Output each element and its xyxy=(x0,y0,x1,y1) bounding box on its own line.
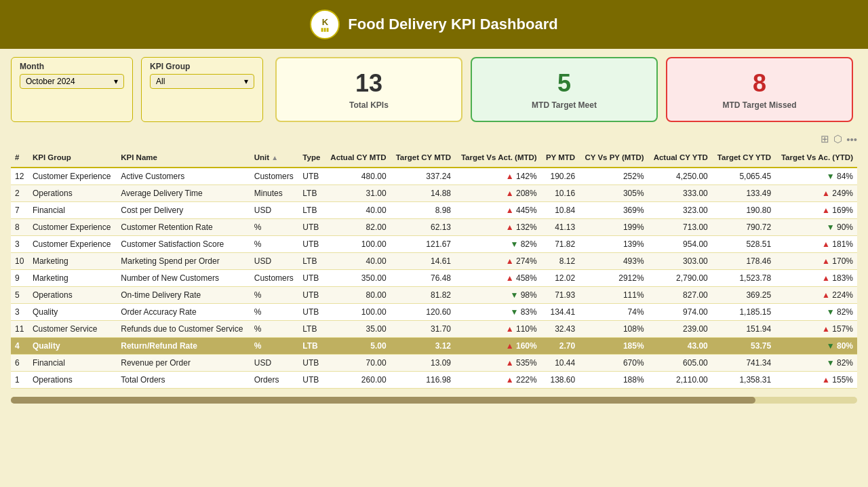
cell-num: 2 xyxy=(11,185,28,202)
month-filter-value: October 2024 xyxy=(26,77,75,86)
kpi-card-meet: 5 MTD Target Meet xyxy=(471,57,658,122)
cell-target-vs-act-ytd: ▲ 249% xyxy=(775,185,857,202)
cell-type: UTB xyxy=(298,372,325,389)
table-row[interactable]: 8 Customer Experience Customer Retention… xyxy=(11,219,857,236)
arrow-down-icon: ▼ xyxy=(827,222,835,232)
cell-target-cy-mtd: 120.60 xyxy=(391,304,455,321)
arrow-up-icon: ▲ xyxy=(822,189,830,198)
cell-target-vs-act: ▲ 160% xyxy=(455,338,541,355)
cell-target-vs-act: ▲ 208% xyxy=(455,185,541,202)
arrow-up-icon: ▲ xyxy=(506,256,514,266)
col-actual-cy-mtd[interactable]: Actual CY MTD xyxy=(325,148,390,168)
table-row[interactable]: 6 Financial Revenue per Order USD UTB 70… xyxy=(11,355,857,372)
table-row[interactable]: 12 Customer Experience Active Customers … xyxy=(11,168,857,185)
toolbar-icons: ⊞ ⬡ ••• xyxy=(0,130,868,148)
cell-py-mtd: 12.02 xyxy=(541,270,580,287)
table-row[interactable]: 9 Marketing Number of New Customers Cust… xyxy=(11,270,857,287)
col-kpi-group[interactable]: KPI Group xyxy=(28,148,117,168)
cell-target-cy-mtd: 81.82 xyxy=(391,287,455,304)
col-target-cy-ytd[interactable]: Target CY YTD xyxy=(712,148,775,168)
cell-py-mtd: 2.70 xyxy=(541,338,580,355)
cell-type: LTB xyxy=(298,185,325,202)
cell-target-cy-ytd: 1,358.31 xyxy=(712,372,775,389)
cell-num: 6 xyxy=(11,355,28,372)
arrow-down-icon: ▼ xyxy=(510,307,518,317)
cell-target-cy-mtd: 8.98 xyxy=(391,202,455,219)
col-actual-cy-ytd[interactable]: Actual CY YTD xyxy=(648,148,712,168)
table-row[interactable]: 7 Financial Cost per Delivery USD LTB 40… xyxy=(11,202,857,219)
table-row[interactable]: 4 Quality Return/Refund Rate % LTB 5.00 … xyxy=(11,338,857,355)
export-icon[interactable]: ⬡ xyxy=(833,133,842,145)
cell-actual-cy-ytd: 2,790.00 xyxy=(648,270,712,287)
logo: K ▮▮▮ xyxy=(310,9,340,39)
col-type[interactable]: Type xyxy=(298,148,325,168)
kpi-group-chevron-icon: ▾ xyxy=(244,77,248,86)
col-unit[interactable]: Unit ▲ xyxy=(250,148,299,168)
table-row[interactable]: 5 Operations On-time Delivery Rate % UTB… xyxy=(11,287,857,304)
cell-actual-cy-ytd: 605.00 xyxy=(648,355,712,372)
col-kpi-name[interactable]: KPI Name xyxy=(117,148,250,168)
col-target-cy-mtd[interactable]: Target CY MTD xyxy=(391,148,455,168)
cell-cy-vs-py: 369% xyxy=(579,202,648,219)
cell-py-mtd: 134.41 xyxy=(541,304,580,321)
table-row[interactable]: 1 Operations Total Orders Orders UTB 260… xyxy=(11,372,857,389)
cell-cy-vs-py: 188% xyxy=(579,372,648,389)
cell-target-vs-act-ytd: ▼ 84% xyxy=(775,168,857,185)
cell-actual-cy-ytd: 333.00 xyxy=(648,185,712,202)
month-filter-box: Month October 2024 ▾ xyxy=(11,57,133,122)
cell-unit: % xyxy=(250,236,299,253)
col-num[interactable]: # xyxy=(11,148,28,168)
month-filter-select[interactable]: October 2024 ▾ xyxy=(20,74,124,89)
more-icon[interactable]: ••• xyxy=(846,134,857,145)
cell-target-cy-ytd: 53.75 xyxy=(712,338,775,355)
cell-target-cy-mtd: 121.67 xyxy=(391,236,455,253)
cell-kpi-name: Active Customers xyxy=(117,168,250,185)
arrow-down-icon: ▼ xyxy=(510,290,518,300)
kpi-group-filter-select[interactable]: All ▾ xyxy=(150,74,254,89)
cell-kpi-group: Customer Service xyxy=(28,321,117,338)
cell-target-vs-act-ytd: ▲ 224% xyxy=(775,287,857,304)
kpi-total-label: Total KPIs xyxy=(290,100,448,110)
cell-cy-vs-py: 74% xyxy=(579,304,648,321)
cell-target-cy-mtd: 31.70 xyxy=(391,321,455,338)
table-row[interactable]: 10 Marketing Marketing Spend per Order U… xyxy=(11,253,857,270)
arrow-up-icon: ▲ xyxy=(822,206,830,215)
col-target-vs-act-ytd[interactable]: Target Vs Ac. (YTD) xyxy=(775,148,857,168)
unit-sort-arrow: ▲ xyxy=(271,154,278,161)
cell-cy-vs-py: 252% xyxy=(579,168,648,185)
cell-type: LTB xyxy=(298,338,325,355)
table-row[interactable]: 2 Operations Average Delivery Time Minut… xyxy=(11,185,857,202)
cell-unit: USD xyxy=(250,202,299,219)
cell-actual-cy-ytd: 974.00 xyxy=(648,304,712,321)
cell-kpi-group: Customer Experience xyxy=(28,168,117,185)
cell-py-mtd: 190.26 xyxy=(541,168,580,185)
col-cy-vs-py-mtd[interactable]: CY Vs PY (MTD) xyxy=(579,148,648,168)
scrollbar-thumb[interactable] xyxy=(11,397,755,404)
kpi-missed-number: 8 xyxy=(681,69,838,98)
filter-icon[interactable]: ⊞ xyxy=(821,133,829,145)
month-filter-label: Month xyxy=(20,62,124,71)
cell-kpi-group: Quality xyxy=(28,304,117,321)
cell-target-cy-ytd: 151.94 xyxy=(712,321,775,338)
kpi-table: # KPI Group KPI Name Unit ▲ Type Actual … xyxy=(11,148,857,389)
cell-actual-cy-ytd: 954.00 xyxy=(648,236,712,253)
table-row[interactable]: 3 Customer Experience Customer Satisfact… xyxy=(11,236,857,253)
cell-num: 3 xyxy=(11,304,28,321)
cell-type: UTB xyxy=(298,355,325,372)
cell-py-mtd: 41.13 xyxy=(541,219,580,236)
cell-kpi-group: Customer Experience xyxy=(28,236,117,253)
kpi-card-missed: 8 MTD Target Missed xyxy=(666,57,853,122)
col-target-vs-act-mtd[interactable]: Target Vs Act. (MTD) xyxy=(455,148,541,168)
col-py-mtd[interactable]: PY MTD xyxy=(541,148,580,168)
cell-py-mtd: 138.60 xyxy=(541,372,580,389)
kpi-group-filter-box: KPI Group All ▾ xyxy=(141,57,263,122)
cell-target-vs-act: ▲ 222% xyxy=(455,372,541,389)
cell-actual-cy-mtd: 260.00 xyxy=(325,372,390,389)
horizontal-scrollbar[interactable] xyxy=(11,397,857,404)
table-row[interactable]: 11 Customer Service Refunds due to Custo… xyxy=(11,321,857,338)
table-row[interactable]: 3 Quality Order Accuracy Rate % UTB 100.… xyxy=(11,304,857,321)
cell-target-cy-ytd: 190.80 xyxy=(712,202,775,219)
kpi-group-filter-label: KPI Group xyxy=(150,62,254,71)
cell-target-cy-mtd: 3.12 xyxy=(391,338,455,355)
arrow-up-icon: ▲ xyxy=(506,222,514,232)
